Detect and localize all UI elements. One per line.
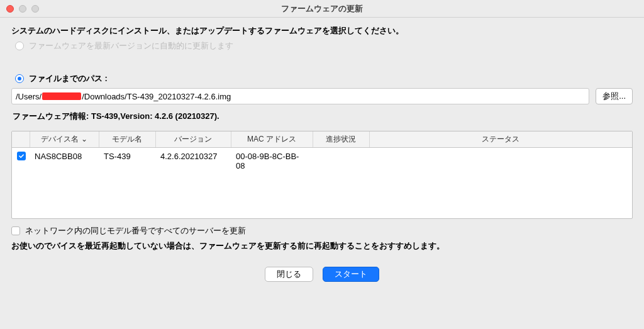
col-status[interactable]: ステータス bbox=[369, 131, 632, 148]
dialog-footer: 閉じる スタート bbox=[0, 267, 644, 288]
radio-auto-update bbox=[15, 42, 24, 50]
cell-mac: 00-08-9B-8C-BB-08 bbox=[231, 148, 313, 175]
redacted-segment bbox=[42, 92, 81, 100]
update-same-model-label: ネットワーク内の同じモデル番号ですべてのサーバーを更新 bbox=[25, 225, 246, 237]
window-traffic-lights bbox=[6, 5, 39, 13]
col-device[interactable]: デバイス名⌄ bbox=[30, 131, 99, 148]
radio-auto-update-label: ファームウェアを最新バージョンに自動的に更新します bbox=[29, 40, 233, 52]
cell-version: 4.2.6.20210327 bbox=[155, 148, 231, 175]
table-header-row: デバイス名⌄ モデル名 バージョン MAC アドレス 進捗状況 ステータス bbox=[12, 131, 632, 148]
titlebar: ファームウェアの更新 bbox=[0, 0, 644, 18]
col-mac[interactable]: MAC アドレス bbox=[231, 131, 313, 148]
instruction-text: システムのハードディスクにインストール、またはアップデートするファームウェアを選… bbox=[11, 25, 633, 36]
row-select-checkbox[interactable] bbox=[17, 152, 26, 160]
col-select[interactable] bbox=[12, 131, 30, 148]
radio-auto-update-row: ファームウェアを最新バージョンに自動的に更新します bbox=[15, 40, 633, 52]
col-model[interactable]: モデル名 bbox=[99, 131, 155, 148]
reboot-advice-text: お使いのでバイスを最近再起動していない場合は、ファームウェアを更新する前に再起動… bbox=[11, 240, 633, 252]
cell-progress bbox=[313, 148, 369, 175]
file-path-input[interactable]: /Users//Downloads/TS-439_20210327-4.2.6.… bbox=[11, 88, 589, 104]
device-table: デバイス名⌄ モデル名 バージョン MAC アドレス 進捗状況 ステータス NA… bbox=[11, 131, 633, 219]
radio-path-row[interactable]: ファイルまでのパス : bbox=[15, 73, 633, 84]
close-window-icon[interactable] bbox=[6, 5, 14, 13]
col-progress[interactable]: 進捗状況 bbox=[313, 131, 369, 148]
check-icon bbox=[18, 153, 25, 159]
update-same-model-checkbox[interactable] bbox=[11, 226, 20, 235]
minimize-window-icon bbox=[19, 5, 26, 13]
cell-status bbox=[369, 148, 632, 175]
firmware-info-text: ファームウェア情報: TS-439,Version: 4.2.6 (202103… bbox=[13, 111, 633, 122]
window-title: ファームウェアの更新 bbox=[281, 4, 363, 13]
update-same-model-row[interactable]: ネットワーク内の同じモデル番号ですべてのサーバーを更新 bbox=[11, 225, 633, 237]
col-version[interactable]: バージョン bbox=[155, 131, 231, 148]
path-suffix: /Downloads/TS-439_20210327-4.2.6.img bbox=[82, 92, 231, 101]
radio-file-path-label: ファイルまでのパス : bbox=[29, 73, 108, 84]
cell-device: NAS8CBB08 bbox=[30, 148, 99, 175]
chevron-down-icon: ⌄ bbox=[81, 135, 87, 143]
start-button[interactable]: スタート bbox=[323, 267, 379, 282]
close-button[interactable]: 閉じる bbox=[265, 267, 313, 282]
browse-button-label: 参照... bbox=[602, 91, 626, 102]
cell-model: TS-439 bbox=[99, 148, 155, 175]
radio-file-path[interactable] bbox=[15, 74, 24, 83]
browse-button[interactable]: 参照... bbox=[596, 88, 633, 104]
zoom-window-icon bbox=[31, 5, 39, 13]
path-prefix: /Users/ bbox=[16, 92, 42, 101]
table-row[interactable]: NAS8CBB08 TS-439 4.2.6.20210327 00-08-9B… bbox=[12, 148, 632, 175]
